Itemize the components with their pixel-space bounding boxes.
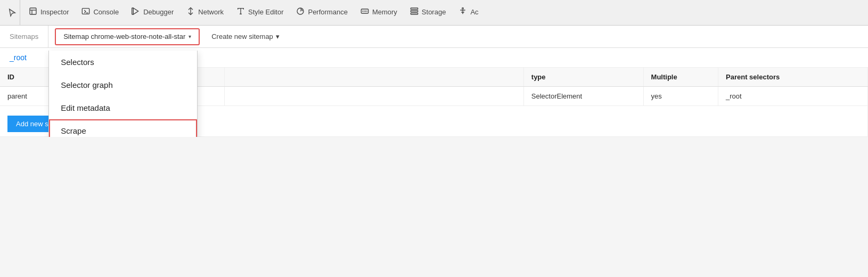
cell-parent-selectors: _root	[718, 87, 868, 106]
style-editor-icon	[236, 7, 245, 17]
inspector-label: Inspector	[40, 8, 69, 16]
memory-icon	[361, 7, 369, 17]
performance-label: Performance	[308, 8, 347, 16]
cell-col2	[224, 87, 523, 106]
memory-label: Memory	[372, 8, 397, 16]
svg-rect-0	[30, 8, 36, 14]
toolbar: Inspector Console Debugger	[0, 0, 868, 26]
toolbar-storage[interactable]: Storage	[404, 0, 453, 25]
style-editor-label: Style Editor	[248, 8, 283, 16]
toolbar-memory[interactable]: Memory	[354, 0, 404, 25]
svg-line-11	[300, 10, 301, 11]
inspector-icon	[29, 7, 37, 17]
console-icon	[81, 7, 90, 17]
svg-point-20	[462, 7, 464, 9]
col-header-multiple: Multiple	[643, 68, 718, 87]
svg-rect-17	[411, 8, 417, 10]
sitemap-dropdown-wrapper: Sitemap chrome-web-store-note-all-star ▾…	[48, 28, 206, 45]
performance-icon	[296, 7, 305, 17]
toolbar-performance[interactable]: Performance	[290, 0, 354, 25]
col-header-empty	[224, 68, 523, 87]
col-header-parent-selectors: Parent selectors	[718, 68, 868, 87]
debugger-icon	[132, 7, 140, 17]
toolbar-console[interactable]: Console	[75, 0, 125, 25]
toolbar-style-editor[interactable]: Style Editor	[230, 0, 290, 25]
create-new-sitemap-button[interactable]: Create new sitemap ▾	[206, 30, 285, 43]
root-link[interactable]: _root	[10, 53, 27, 62]
toolbar-inspector[interactable]: Inspector	[22, 0, 75, 25]
accessibility-icon	[458, 7, 467, 17]
toolbar-debugger[interactable]: Debugger	[125, 0, 180, 25]
svg-rect-6	[132, 8, 134, 14]
menu-item-selector-graph[interactable]: Selector graph	[49, 74, 197, 96]
svg-rect-19	[411, 13, 417, 14]
menu-item-scrape[interactable]: Scrape	[49, 119, 197, 137]
svg-marker-5	[134, 8, 138, 14]
sitemaps-tab[interactable]: Sitemaps	[0, 26, 48, 47]
dropdown-menu: Selectors Selector graph Edit metadata S…	[48, 51, 198, 137]
console-label: Console	[93, 8, 119, 16]
menu-item-selectors[interactable]: Selectors	[49, 51, 197, 74]
sitemap-dropdown-label: Sitemap chrome-web-store-note-all-star	[63, 32, 185, 40]
debugger-label: Debugger	[143, 8, 174, 16]
sitemap-bar: Sitemaps Sitemap chrome-web-store-note-a…	[0, 26, 868, 48]
cell-type: SelectorElement	[523, 87, 643, 106]
toolbar-accessibility[interactable]: Ac	[452, 0, 485, 25]
cell-multiple: yes	[643, 87, 718, 106]
network-label: Network	[198, 8, 224, 16]
menu-item-edit-metadata[interactable]: Edit metadata	[49, 96, 197, 119]
col-header-type: type	[523, 68, 643, 87]
dropdown-arrow-icon: ▾	[189, 34, 191, 39]
network-icon	[186, 7, 195, 17]
create-new-arrow-icon: ▾	[276, 32, 280, 40]
accessibility-label: Ac	[470, 8, 478, 16]
storage-label: Storage	[422, 8, 446, 16]
sitemap-dropdown-button[interactable]: Sitemap chrome-web-store-note-all-star ▾	[55, 28, 200, 45]
cursor-tool[interactable]	[4, 0, 20, 26]
svg-rect-18	[411, 11, 417, 12]
create-new-label: Create new sitemap	[211, 32, 273, 40]
storage-icon	[410, 7, 419, 17]
svg-rect-12	[361, 9, 368, 13]
toolbar-network[interactable]: Network	[180, 0, 230, 25]
